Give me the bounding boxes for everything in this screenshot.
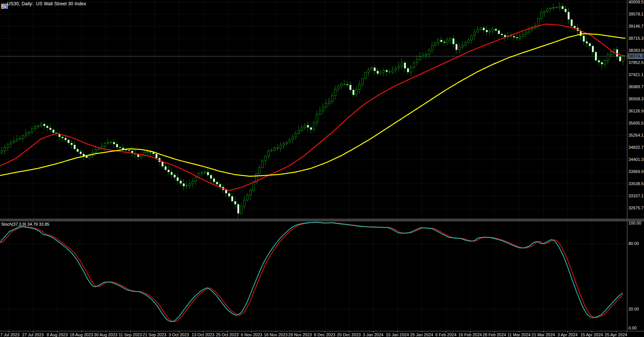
price-axis-label: 40009.5 <box>628 0 644 4</box>
stochastic-label: Stoch(37,3,9) 34.79 33.85 <box>1 222 49 226</box>
trading-chart-window: US30, Daily: US Wall Street 30 Index Sto… <box>0 0 644 337</box>
candles <box>1 2 624 218</box>
current-price-badge: 38074.3 <box>628 53 644 59</box>
price-axis-label: 39146.7 <box>628 24 644 28</box>
price-axis[interactable]: 40009.539578.139146.738715.338283.937852… <box>627 0 644 331</box>
price-axis-label: 39578.1 <box>628 12 644 16</box>
price-axis-label: 38283.9 <box>628 48 644 53</box>
price-axis-label: 36989.7 <box>628 84 644 89</box>
price-axis-label: 33107.1 <box>628 193 644 198</box>
chart-title-bar: US30, Daily: US Wall Street 30 Index <box>1 1 86 7</box>
stoch-axis-label: 80.00 <box>628 241 639 246</box>
price-axis-label: 37852.5 <box>628 60 644 65</box>
price-axis-label: 35695.5 <box>628 121 644 125</box>
stoch-axis-label: 0.00 <box>628 326 636 330</box>
price-axis-label: 38715.3 <box>628 36 644 41</box>
time-axis[interactable]: 17 Jul 202327 Jul 20238 Aug 202318 Aug 2… <box>0 331 644 337</box>
moving-average-fast-red <box>0 24 625 191</box>
price-axis-label: 34401.3 <box>628 157 644 162</box>
time-axis-label: 25 Apr 2024 <box>599 332 633 337</box>
price-axis-label: 34832.7 <box>628 145 644 150</box>
price-axis-label: 32675.7 <box>628 206 644 210</box>
chart-title: US30, Daily: US Wall Street 30 Index <box>7 1 86 6</box>
price-axis-label: 33538.5 <box>628 181 644 186</box>
stoch-axis-label: 100.00 <box>628 221 641 225</box>
stochastic-chart[interactable] <box>0 221 627 331</box>
price-axis-label: 35264.1 <box>628 133 644 137</box>
stoch-axis-label: 20.00 <box>628 307 639 311</box>
stochastic-main-line <box>0 222 623 321</box>
price-axis-label: 36558.3 <box>628 97 644 101</box>
price-axis-label: 36126.9 <box>628 109 644 113</box>
main-price-chart[interactable] <box>0 0 627 219</box>
stochastic-signal-line <box>0 222 623 321</box>
panel-splitter[interactable] <box>0 219 644 221</box>
price-axis-label: 37421.1 <box>628 72 644 77</box>
price-axis-label: 33969.9 <box>628 169 644 174</box>
